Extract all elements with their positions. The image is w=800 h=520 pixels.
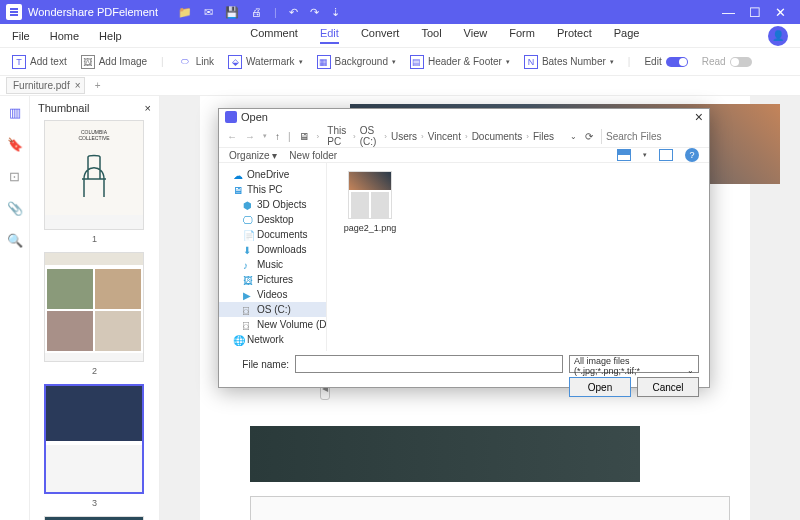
page-thumbnail[interactable] [44,516,144,520]
thumbnail-list[interactable]: COLUMBIACOLLECTIVE 1 2 3 [30,120,159,520]
bookmark-panel-icon[interactable]: 🔖 [7,136,23,152]
maximize-button[interactable]: ☐ [749,5,761,20]
tab-convert[interactable]: Convert [361,27,400,44]
file-name-input[interactable] [295,355,563,373]
organize-menu[interactable]: Organize ▾ [229,150,277,161]
tree-node-downloads[interactable]: ⬇Downloads [219,242,326,257]
tab-form[interactable]: Form [509,27,535,44]
dialog-close-button[interactable]: × [695,109,703,125]
tree-node-videos[interactable]: ▶Videos [219,287,326,302]
page-thumbnail[interactable] [44,252,144,362]
edit-mode-toggle[interactable]: Edit [644,56,687,67]
breadcrumb-item[interactable]: Users [391,131,417,142]
tree-node-network[interactable]: 🌐Network [219,332,326,347]
close-tab-icon[interactable]: × [75,80,81,91]
attachment-panel-icon[interactable]: 📎 [7,200,23,216]
header-footer-button[interactable]: ▤Header & Footer▾ [410,55,510,69]
nav-up-icon[interactable]: ↑ [275,131,280,142]
file-list[interactable]: page2_1.png [327,163,709,351]
cancel-button[interactable]: Cancel [637,377,699,397]
tree-node-3d-objects[interactable]: ⬢3D Objects [219,197,326,212]
open-icon[interactable]: 📁 [178,6,192,19]
breadcrumb: This PC› OS (C:)› Users› Vincent› Docume… [327,125,554,147]
watermark-button[interactable]: ⬙Watermark▾ [228,55,303,69]
redo-icon[interactable]: ↷ [310,6,319,19]
nav-back-icon[interactable]: ← [227,131,237,142]
background-button[interactable]: ▦Background▾ [317,55,396,69]
tab-edit[interactable]: Edit [320,27,339,44]
menu-file[interactable]: File [12,30,30,42]
window-controls: — ☐ ✕ [722,5,794,20]
tree-node-os-c-[interactable]: ⌼OS (C:) [219,302,326,317]
dialog-icon [225,111,237,123]
breadcrumb-item[interactable]: This PC [327,125,349,147]
document-tab[interactable]: Furniture.pdf× [6,77,85,94]
chevron-down-icon[interactable]: ⌄ [570,132,577,141]
tab-tool[interactable]: Tool [421,27,441,44]
thumbnail-panel-icon[interactable]: ▥ [7,104,23,120]
file-type-filter[interactable]: All image files (*.jpg;*.png;*.tif;* ⌄ [569,355,699,373]
tab-view[interactable]: View [464,27,488,44]
link-button[interactable]: ⬭Link [178,55,214,69]
pc-icon: 🖥 [299,131,309,142]
nav-forward-icon[interactable]: → [245,131,255,142]
open-button[interactable]: Open [569,377,631,397]
user-avatar[interactable]: 👤 [768,26,788,46]
dialog-title: Open [241,111,268,123]
tab-protect[interactable]: Protect [557,27,592,44]
add-image-button[interactable]: 🖼Add Image [81,55,147,69]
file-name: page2_1.png [335,223,405,233]
view-icons-button[interactable] [617,149,631,161]
menu-help[interactable]: Help [99,30,122,42]
app-logo [6,4,22,20]
search-panel-icon[interactable]: 🔍 [7,232,23,248]
undo-icon[interactable]: ↶ [289,6,298,19]
tree-node-desktop[interactable]: 🖵Desktop [219,212,326,227]
new-tab-button[interactable]: + [89,80,107,91]
breadcrumb-item[interactable]: Vincent [428,131,461,142]
more-icon[interactable]: ⇣ [331,6,340,19]
bates-number-button[interactable]: NBates Number▾ [524,55,614,69]
close-button[interactable]: ✕ [775,5,786,20]
breadcrumb-item[interactable]: Documents [472,131,523,142]
tab-page[interactable]: Page [614,27,640,44]
print-icon[interactable]: 🖨 [251,6,262,19]
folder-tree[interactable]: ☁OneDrive🖥This PC⬢3D Objects🖵Desktop📄Doc… [219,163,327,351]
dialog-toolbar: Organize ▾ New folder ▾ ? [219,147,709,163]
read-mode-toggle[interactable]: Read [702,56,752,67]
tree-node-pictures[interactable]: 🖼Pictures [219,272,326,287]
mail-icon[interactable]: ✉ [204,6,213,19]
minimize-button[interactable]: — [722,5,735,20]
tree-node-this-pc[interactable]: 🖥This PC [219,182,326,197]
side-rail: ▥ 🔖 ⊡ 📎 🔍 [0,96,30,520]
breadcrumb-item[interactable]: Files [533,131,554,142]
page-number: 2 [44,366,145,376]
close-thumbnail-icon[interactable]: × [145,102,151,114]
dialog-footer: File name: All image files (*.jpg;*.png;… [219,351,709,399]
save-icon[interactable]: 💾 [225,6,239,19]
menu-home[interactable]: Home [50,30,79,42]
page-number: 1 [44,234,145,244]
refresh-icon[interactable]: ⟳ [585,131,593,142]
open-file-dialog: Open × ← → ▾ ↑ | 🖥 › This PC› OS (C:)› U… [218,108,710,388]
tree-node-documents[interactable]: 📄Documents [219,227,326,242]
file-item[interactable]: page2_1.png [335,171,405,233]
tab-comment[interactable]: Comment [250,27,298,44]
search-input[interactable] [601,129,701,144]
new-folder-button[interactable]: New folder [289,150,337,161]
add-text-button[interactable]: TAdd text [12,55,67,69]
tree-node-onedrive[interactable]: ☁OneDrive [219,167,326,182]
app-title: Wondershare PDFelement [28,6,158,18]
edit-toolbar: TAdd text 🖼Add Image | ⬭Link ⬙Watermark▾… [0,48,800,76]
tree-node-music[interactable]: ♪Music [219,257,326,272]
file-thumbnail [348,171,392,219]
breadcrumb-item[interactable]: OS (C:) [360,125,381,147]
tree-node-new-volume-d-[interactable]: ⌼New Volume (D:) [219,317,326,332]
page-thumbnail[interactable] [44,384,144,494]
page-thumbnail[interactable]: COLUMBIACOLLECTIVE [44,120,144,230]
ribbon-tabs: Comment Edit Convert Tool View Form Prot… [250,27,639,44]
help-icon[interactable]: ? [685,148,699,162]
page-image [250,426,640,482]
comment-panel-icon[interactable]: ⊡ [7,168,23,184]
view-details-button[interactable] [659,149,673,161]
